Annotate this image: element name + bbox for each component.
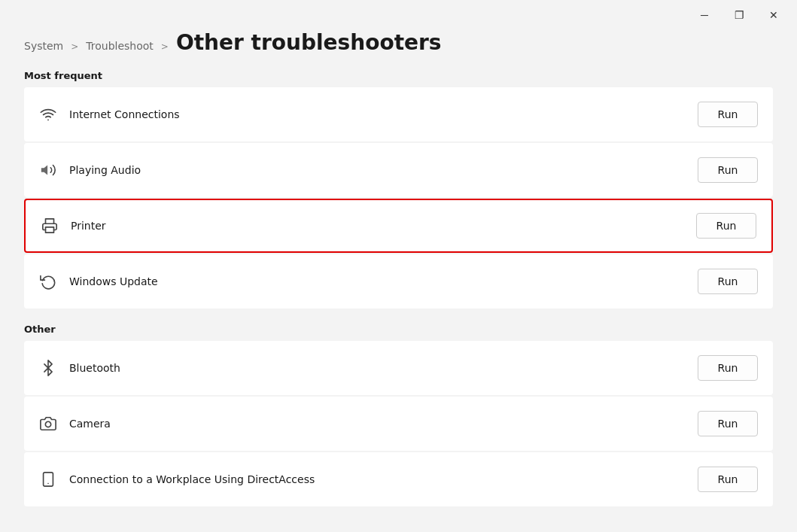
audio-icon [39,161,57,179]
run-button-playing-audio[interactable]: Run [698,157,758,183]
item-camera: Camera Run [24,397,773,451]
item-label-playing-audio: Playing Audio [69,164,141,176]
svg-point-3 [45,421,50,427]
svg-rect-2 [46,227,54,233]
svg-marker-1 [41,166,47,175]
svg-point-0 [47,119,49,120]
bluetooth-icon [39,359,57,377]
item-internet-connections: Internet Connections Run [24,87,773,141]
main-content: System > Troubleshoot > Other troublesho… [0,30,797,532]
printer-icon [41,217,59,235]
item-playing-audio: Playing Audio Run [24,143,773,197]
svg-rect-4 [44,473,53,486]
breadcrumb-troubleshoot[interactable]: Troubleshoot [86,40,154,52]
restore-button[interactable]: ❐ [722,3,756,27]
item-label-printer: Printer [71,220,106,232]
item-label-directaccess: Connection to a Workplace Using DirectAc… [69,473,315,485]
item-label-camera: Camera [69,418,111,430]
item-label-windows-update: Windows Update [69,275,158,287]
breadcrumb-sep2: > [161,41,169,52]
window-controls: ─ ❐ ✕ [687,3,791,27]
breadcrumb-sep1: > [71,41,78,52]
section-label-most-frequent: Most frequent [24,70,773,81]
run-button-bluetooth[interactable]: Run [698,355,758,381]
item-printer: Printer Run [24,199,773,253]
settings-window: ─ ❐ ✕ System > Troubleshoot > Other trou… [0,0,797,532]
breadcrumb: System > Troubleshoot > Other troublesho… [24,30,773,55]
breadcrumb-system[interactable]: System [24,40,63,52]
item-label-internet-connections: Internet Connections [69,108,180,120]
run-button-camera[interactable]: Run [698,411,758,436]
item-windows-update: Windows Update Run [24,254,773,309]
directaccess-icon [39,470,57,488]
wifi-icon [39,105,57,123]
most-frequent-list: Internet Connections Run Playing Audio [24,87,773,309]
run-button-windows-update[interactable]: Run [698,269,758,294]
close-button[interactable]: ✕ [756,3,791,27]
run-button-internet-connections[interactable]: Run [698,102,758,127]
item-label-bluetooth: Bluetooth [69,362,120,374]
item-directaccess: Connection to a Workplace Using DirectAc… [24,452,773,506]
page-title: Other troubleshooters [176,30,442,55]
run-button-printer[interactable]: Run [696,213,756,239]
item-bluetooth: Bluetooth Run [24,341,773,395]
minimize-button[interactable]: ─ [687,3,722,27]
other-list: Bluetooth Run Camera Run [24,341,773,506]
camera-icon [39,415,57,433]
title-bar: ─ ❐ ✕ [0,0,797,30]
run-button-directaccess[interactable]: Run [698,467,758,492]
section-label-other: Other [24,324,773,335]
update-icon [39,272,57,290]
